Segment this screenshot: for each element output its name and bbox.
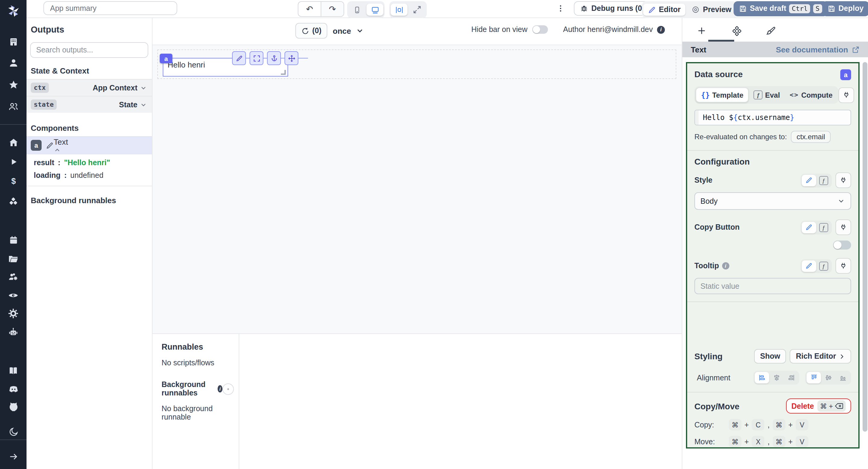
align-middle-icon[interactable] xyxy=(821,372,835,383)
folders-icon[interactable] xyxy=(0,253,27,264)
pencil-icon xyxy=(648,6,656,13)
prop-loading-row[interactable]: loading : undefined xyxy=(34,171,152,180)
connect-plug-icon[interactable] xyxy=(835,219,851,235)
anchor-icon[interactable] xyxy=(267,51,281,65)
deploy-button[interactable]: Deploy xyxy=(822,1,868,16)
component-id-badge: a xyxy=(160,54,173,63)
debug-runs-button[interactable]: Debug runs (0) xyxy=(574,1,650,16)
workspace-building-icon[interactable] xyxy=(0,37,27,47)
eval-function-icon[interactable]: ƒ xyxy=(816,260,831,272)
user-group-icon[interactable] xyxy=(0,101,27,112)
prop-result-row[interactable]: result : "Hello henri" xyxy=(34,159,152,167)
app-summary-input[interactable] xyxy=(43,1,177,15)
discord-icon[interactable] xyxy=(0,383,27,395)
component-row-a[interactable]: a Text xyxy=(27,136,152,154)
output-row-state[interactable]: state State xyxy=(27,96,152,113)
align-left-icon[interactable] xyxy=(755,372,769,383)
eval-function-icon[interactable]: ƒ xyxy=(816,175,831,186)
user-icon[interactable] xyxy=(0,58,27,68)
connect-plug-icon[interactable] xyxy=(835,258,851,274)
github-icon[interactable] xyxy=(0,401,27,412)
refresh-mode-dropdown[interactable]: once xyxy=(333,23,364,39)
tooltip-input[interactable] xyxy=(694,278,851,294)
move-icon[interactable] xyxy=(284,51,299,65)
edit-id-pencil-icon[interactable] xyxy=(46,142,54,149)
component-selection-toolbar xyxy=(232,51,308,65)
schedules-calendar-icon[interactable] xyxy=(0,235,27,245)
tab-global-styling-icon[interactable] xyxy=(757,23,784,39)
save-draft-button[interactable]: Save draft Ctrl S xyxy=(734,1,827,16)
tab-component-settings-icon[interactable] xyxy=(723,23,750,39)
windmill-logo-icon[interactable] xyxy=(0,3,27,19)
cmd-key: ⌘ xyxy=(729,419,741,430)
align-right-icon[interactable] xyxy=(784,372,798,383)
refresh-icon xyxy=(301,27,309,35)
x-key: X xyxy=(752,436,765,447)
settings-gear-icon[interactable] xyxy=(0,308,27,319)
reeval-target-chip[interactable]: ctx.email xyxy=(791,131,831,143)
resize-handle[interactable] xyxy=(281,70,286,75)
align-bottom-icon[interactable] xyxy=(835,372,850,383)
expand-icon[interactable] xyxy=(250,51,264,65)
info-icon[interactable]: i xyxy=(722,262,729,270)
left-nav-rail: $ xyxy=(0,0,27,469)
static-pencil-icon[interactable] xyxy=(802,260,816,272)
groups-settings-icon[interactable] xyxy=(0,271,27,282)
eval-function-icon[interactable]: ƒ xyxy=(816,222,831,233)
connect-plug-icon[interactable] xyxy=(838,87,854,103)
add-background-runnable-button[interactable] xyxy=(222,383,234,395)
workers-robot-icon[interactable] xyxy=(0,327,27,338)
align-center-h-icon[interactable] xyxy=(769,372,784,383)
play-runs-icon[interactable] xyxy=(0,157,27,167)
info-icon[interactable]: i xyxy=(218,385,222,393)
search-outputs-input[interactable] xyxy=(30,42,148,58)
dollar-variables-icon[interactable]: $ xyxy=(0,176,27,186)
static-pencil-icon[interactable] xyxy=(802,175,816,186)
tab-eval[interactable]: ƒ Eval xyxy=(749,88,785,102)
show-styling-button[interactable]: Show xyxy=(754,349,786,364)
output-row-ctx[interactable]: ctx App Context xyxy=(27,79,152,96)
styling-title: Styling xyxy=(694,351,722,361)
desktop-view-button[interactable] xyxy=(367,4,383,16)
cmd-key: ⌘ xyxy=(773,436,785,447)
delete-component-button[interactable]: Delete ⌘ + xyxy=(786,399,851,413)
tab-insert-plus-icon[interactable] xyxy=(688,23,715,39)
tab-editor[interactable]: Editor xyxy=(643,4,685,16)
copy-button-toggle[interactable] xyxy=(833,241,851,250)
refresh-runs-button[interactable]: (0) xyxy=(296,23,328,39)
resources-cubes-icon[interactable] xyxy=(0,196,27,207)
edit-pencil-icon[interactable] xyxy=(232,51,246,65)
tab-compute[interactable]: <> Compute xyxy=(785,88,838,102)
audit-eye-icon[interactable] xyxy=(0,290,27,301)
save-icon xyxy=(828,4,835,12)
canvas-grid[interactable]: Hello henri a xyxy=(152,44,682,316)
redo-button[interactable]: ↷ xyxy=(321,2,344,16)
static-pencil-icon[interactable] xyxy=(802,222,816,233)
undo-redo-group: ↶ ↷ xyxy=(298,1,344,17)
align-top-icon[interactable] xyxy=(807,372,821,383)
style-select[interactable]: Body xyxy=(694,192,851,210)
more-options-kebab-icon[interactable] xyxy=(556,1,565,16)
star-icon[interactable] xyxy=(0,80,27,90)
docs-book-icon[interactable] xyxy=(0,365,27,376)
undo-button[interactable]: ↶ xyxy=(299,2,321,16)
tab-preview[interactable]: Preview xyxy=(687,4,736,16)
see-documentation-link[interactable]: See documentation xyxy=(776,45,860,54)
home-icon[interactable] xyxy=(0,137,27,148)
mobile-view-button[interactable] xyxy=(348,4,365,16)
dark-mode-moon-icon[interactable] xyxy=(0,427,27,437)
tab-template[interactable]: {} Template xyxy=(695,87,749,102)
function-icon: ƒ xyxy=(754,90,763,99)
component-type-label: Text xyxy=(54,137,68,146)
panel-scrollbar[interactable] xyxy=(863,62,867,432)
template-editor[interactable]: Hello ${ctx.username} xyxy=(694,110,851,125)
expand-sidebar-arrow-icon[interactable] xyxy=(0,451,27,462)
hide-bar-toggle[interactable] xyxy=(532,25,548,34)
connect-plug-icon[interactable] xyxy=(835,173,851,188)
external-link-icon xyxy=(852,45,860,53)
fullscreen-expand-button[interactable] xyxy=(409,4,426,16)
center-content-button[interactable] xyxy=(391,4,407,16)
info-icon[interactable]: i xyxy=(657,26,665,33)
chevron-down-icon xyxy=(837,197,845,205)
rich-editor-button[interactable]: Rich Editor xyxy=(790,349,851,364)
